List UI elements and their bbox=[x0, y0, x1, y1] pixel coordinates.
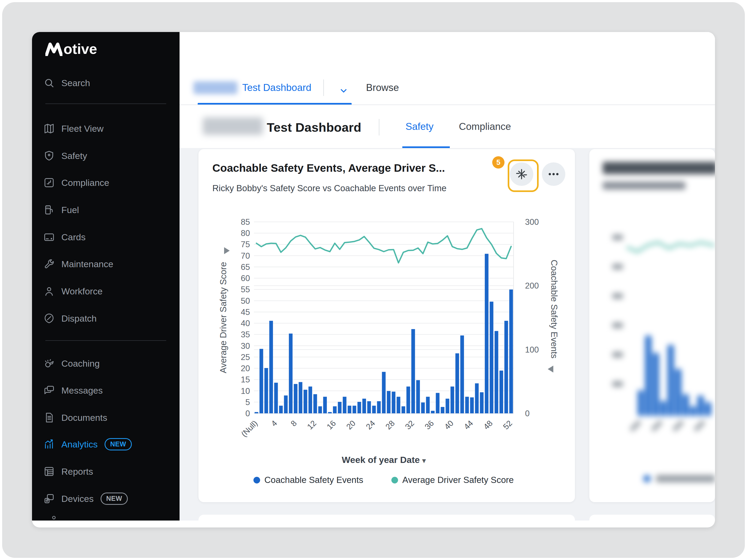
svg-text:25: 25 bbox=[241, 352, 250, 362]
tab-test-dashboard[interactable]: Test Dashboard bbox=[242, 82, 311, 93]
svg-text:20: 20 bbox=[241, 364, 250, 373]
svg-text:100: 100 bbox=[525, 345, 539, 354]
tab-compliance[interactable]: Compliance bbox=[459, 121, 511, 132]
sidebar: otive Search Fleet ViewSafetyComplianceF… bbox=[32, 32, 180, 521]
svg-text:200: 200 bbox=[525, 281, 539, 290]
svg-text:Average Driver Safety Score: Average Driver Safety Score bbox=[218, 262, 228, 373]
svg-text:16: 16 bbox=[325, 419, 337, 431]
svg-text:44: 44 bbox=[462, 419, 474, 431]
motive-logo: otive bbox=[45, 42, 97, 56]
chevron-down-icon[interactable] bbox=[338, 85, 349, 96]
chart-card-subtitle: Ricky Bobby's Safety Score vs Coachable … bbox=[212, 183, 446, 193]
svg-text:40: 40 bbox=[241, 319, 250, 328]
sidebar-divider bbox=[45, 104, 166, 104]
x-axis-field-label[interactable]: Week of year Date ▾ bbox=[254, 455, 514, 465]
sidebar-item-label: Messages bbox=[61, 385, 103, 396]
reports-icon bbox=[43, 465, 55, 477]
person-icon-partial bbox=[49, 514, 59, 521]
svg-text:0: 0 bbox=[525, 409, 530, 418]
sidebar-item-coaching[interactable]: Coaching bbox=[32, 353, 180, 374]
svg-text:28: 28 bbox=[384, 419, 396, 431]
document-icon bbox=[43, 412, 55, 424]
svg-text:8: 8 bbox=[289, 419, 298, 428]
sidebar-item-dispatch[interactable]: Dispatch bbox=[32, 308, 180, 329]
svg-text:60: 60 bbox=[241, 274, 250, 283]
notification-badge: 5 bbox=[492, 156, 505, 168]
svg-text:75: 75 bbox=[241, 240, 250, 249]
sidebar-item-devices[interactable]: DevicesNEW bbox=[32, 488, 180, 509]
legend-item-bars[interactable]: Coachable Safety Events bbox=[253, 475, 363, 485]
svg-text:32: 32 bbox=[403, 419, 416, 431]
page-title: Test Dashboard bbox=[267, 120, 361, 135]
sidebar-item-label: Search bbox=[61, 78, 90, 88]
sidebar-item-cards[interactable]: Cards bbox=[32, 227, 180, 247]
svg-text:4: 4 bbox=[269, 419, 279, 428]
svg-text:80: 80 bbox=[241, 229, 250, 238]
dashboard-content: Coachable Safety Events, Average Driver … bbox=[180, 148, 715, 521]
next-row-card-partial bbox=[589, 515, 715, 521]
sidebar-divider bbox=[45, 340, 166, 341]
sidebar-item-maintenance[interactable]: Maintenance bbox=[32, 254, 180, 274]
map-icon bbox=[43, 123, 55, 134]
burst-button[interactable] bbox=[510, 162, 533, 186]
blurred-chart-card bbox=[589, 149, 715, 502]
tab-divider bbox=[323, 79, 324, 96]
more-options-button[interactable] bbox=[542, 162, 565, 186]
chart-card-title: Coachable Safety Events, Average Driver … bbox=[212, 162, 445, 175]
sidebar-item-label: Devices bbox=[61, 494, 94, 504]
wrench-icon bbox=[43, 258, 55, 270]
sidebar-item-messages[interactable]: Messages bbox=[32, 380, 180, 401]
whistle-icon bbox=[43, 357, 55, 369]
svg-text:24: 24 bbox=[364, 419, 377, 431]
sidebar-item-label: Fleet View bbox=[61, 124, 104, 134]
svg-text:36: 36 bbox=[423, 419, 435, 431]
sidebar-item-label: Maintenance bbox=[61, 259, 113, 269]
sidebar-item-search[interactable]: Search bbox=[32, 73, 180, 93]
app-window: otive Search Fleet ViewSafetyComplianceF… bbox=[32, 32, 715, 528]
compliance-icon bbox=[43, 177, 55, 189]
sidebar-item-documents[interactable]: Documents bbox=[32, 407, 180, 428]
svg-text:5: 5 bbox=[246, 398, 250, 407]
sidebar-item-workforce[interactable]: Workforce bbox=[32, 281, 180, 301]
dispatch-icon bbox=[43, 313, 55, 324]
sidebar-item-label: Fuel bbox=[61, 205, 79, 215]
sidebar-item-analytics[interactable]: AnalyticsNEW bbox=[32, 434, 180, 455]
title-divider bbox=[379, 119, 379, 135]
sidebar-item-label: Compliance bbox=[61, 178, 109, 188]
chart-card: Coachable Safety Events, Average Driver … bbox=[199, 149, 575, 502]
svg-text:48: 48 bbox=[482, 419, 494, 431]
svg-text:10: 10 bbox=[241, 386, 250, 396]
sidebar-item-reports[interactable]: Reports bbox=[32, 461, 180, 482]
sidebar-item-compliance[interactable]: Compliance bbox=[32, 172, 180, 193]
shield-icon bbox=[43, 150, 55, 162]
dashboard-tabbar bbox=[180, 32, 715, 105]
svg-text:30: 30 bbox=[241, 341, 250, 351]
sidebar-item-label: Safety bbox=[61, 151, 87, 161]
fuel-icon bbox=[43, 204, 55, 216]
tab-browse[interactable]: Browse bbox=[366, 82, 399, 93]
legend-dot-blue bbox=[253, 477, 260, 483]
sidebar-item-label: Documents bbox=[61, 412, 107, 423]
legend-item-line[interactable]: Average Driver Safety Score bbox=[391, 475, 514, 485]
svg-text:(Null): (Null) bbox=[239, 419, 259, 438]
devices-icon bbox=[43, 493, 55, 505]
svg-text:300: 300 bbox=[525, 217, 539, 227]
sidebar-item-safety[interactable]: Safety bbox=[32, 145, 180, 166]
redacted-dashboard-prefix bbox=[194, 81, 237, 94]
svg-text:55: 55 bbox=[241, 285, 250, 294]
analytics-icon bbox=[43, 438, 55, 450]
sidebar-item-fleet-view[interactable]: Fleet View bbox=[32, 118, 180, 139]
svg-text:12: 12 bbox=[306, 419, 318, 431]
svg-text:65: 65 bbox=[241, 262, 250, 272]
svg-text:Coachable Safety Events: Coachable Safety Events bbox=[549, 260, 559, 359]
tab-safety[interactable]: Safety bbox=[406, 121, 434, 132]
redacted-title-prefix bbox=[203, 117, 263, 135]
svg-text:45: 45 bbox=[241, 308, 250, 317]
new-badge: NEW bbox=[101, 492, 128, 505]
legend-dot-teal bbox=[391, 477, 398, 483]
card-icon bbox=[43, 231, 55, 243]
sidebar-item-fuel[interactable]: Fuel bbox=[32, 199, 180, 220]
blurred-card-content bbox=[589, 149, 715, 502]
person-icon bbox=[43, 285, 55, 297]
svg-text:0: 0 bbox=[246, 409, 250, 418]
